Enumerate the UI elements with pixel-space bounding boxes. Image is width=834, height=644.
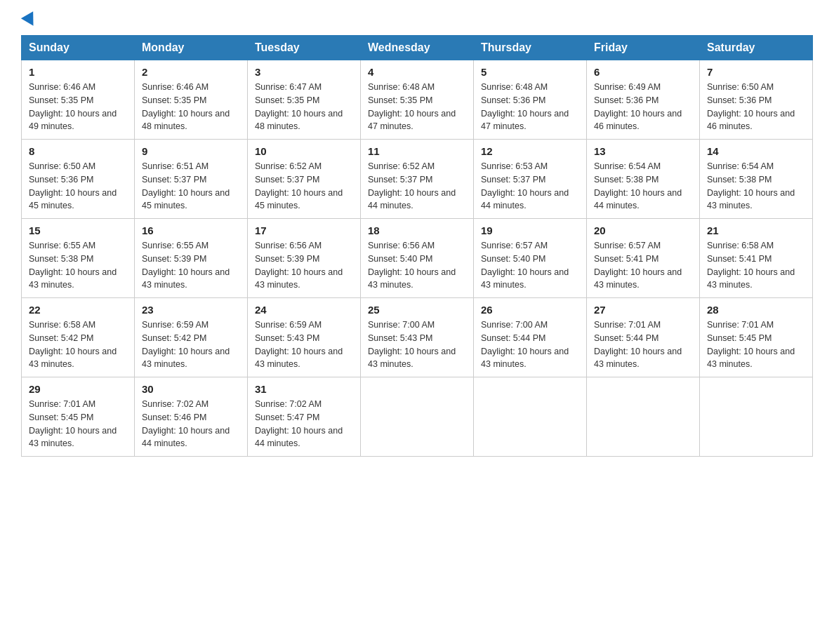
day-number: 5 (481, 66, 579, 78)
day-number: 23 (142, 304, 240, 316)
logo-triangle-icon (21, 11, 39, 29)
calendar-day-cell: 3 Sunrise: 6:47 AMSunset: 5:35 PMDayligh… (248, 60, 361, 140)
weekday-header-wednesday: Wednesday (361, 36, 474, 60)
calendar-day-cell (700, 377, 813, 457)
day-number: 18 (368, 224, 466, 236)
calendar-week-row: 15 Sunrise: 6:55 AMSunset: 5:38 PMDaylig… (22, 219, 813, 298)
day-number: 9 (142, 145, 240, 157)
calendar-day-cell: 25 Sunrise: 7:00 AMSunset: 5:43 PMDaylig… (361, 298, 474, 377)
day-number: 14 (707, 145, 805, 157)
calendar-day-cell: 26 Sunrise: 7:00 AMSunset: 5:44 PMDaylig… (474, 298, 587, 377)
calendar-week-row: 1 Sunrise: 6:46 AMSunset: 5:35 PMDayligh… (22, 60, 813, 140)
logo (21, 14, 37, 28)
day-number: 19 (481, 224, 579, 236)
day-info: Sunrise: 7:01 AMSunset: 5:45 PMDaylight:… (29, 399, 117, 448)
calendar-day-cell: 24 Sunrise: 6:59 AMSunset: 5:43 PMDaylig… (248, 298, 361, 377)
day-info: Sunrise: 7:02 AMSunset: 5:46 PMDaylight:… (142, 399, 230, 448)
day-info: Sunrise: 6:57 AMSunset: 5:40 PMDaylight:… (481, 241, 569, 290)
day-number: 6 (594, 66, 692, 78)
day-info: Sunrise: 6:58 AMSunset: 5:42 PMDaylight:… (29, 320, 117, 369)
day-info: Sunrise: 7:02 AMSunset: 5:47 PMDaylight:… (255, 399, 343, 448)
calendar-day-cell: 30 Sunrise: 7:02 AMSunset: 5:46 PMDaylig… (135, 377, 248, 457)
day-number: 15 (29, 224, 127, 236)
day-info: Sunrise: 6:54 AMSunset: 5:38 PMDaylight:… (707, 161, 795, 210)
day-number: 22 (29, 304, 127, 316)
calendar-day-cell: 8 Sunrise: 6:50 AMSunset: 5:36 PMDayligh… (22, 140, 135, 219)
weekday-header-row: SundayMondayTuesdayWednesdayThursdayFrid… (22, 36, 813, 60)
day-info: Sunrise: 6:51 AMSunset: 5:37 PMDaylight:… (142, 161, 230, 210)
calendar-day-cell: 11 Sunrise: 6:52 AMSunset: 5:37 PMDaylig… (361, 140, 474, 219)
logo-blue-text (21, 14, 37, 28)
day-info: Sunrise: 6:58 AMSunset: 5:41 PMDaylight:… (707, 241, 795, 290)
day-number: 10 (255, 145, 353, 157)
calendar-day-cell: 7 Sunrise: 6:50 AMSunset: 5:36 PMDayligh… (700, 60, 813, 140)
day-number: 26 (481, 304, 579, 316)
calendar-day-cell: 16 Sunrise: 6:55 AMSunset: 5:39 PMDaylig… (135, 219, 248, 298)
day-info: Sunrise: 6:46 AMSunset: 5:35 PMDaylight:… (142, 82, 230, 131)
day-number: 27 (594, 304, 692, 316)
day-number: 28 (707, 304, 805, 316)
weekday-header-monday: Monday (135, 36, 248, 60)
day-number: 16 (142, 224, 240, 236)
calendar-day-cell: 20 Sunrise: 6:57 AMSunset: 5:41 PMDaylig… (587, 219, 700, 298)
weekday-header-thursday: Thursday (474, 36, 587, 60)
day-info: Sunrise: 6:49 AMSunset: 5:36 PMDaylight:… (594, 82, 682, 131)
day-number: 1 (29, 66, 127, 78)
day-number: 8 (29, 145, 127, 157)
calendar-day-cell: 13 Sunrise: 6:54 AMSunset: 5:38 PMDaylig… (587, 140, 700, 219)
calendar-week-row: 8 Sunrise: 6:50 AMSunset: 5:36 PMDayligh… (22, 140, 813, 219)
calendar-day-cell: 15 Sunrise: 6:55 AMSunset: 5:38 PMDaylig… (22, 219, 135, 298)
calendar-day-cell: 27 Sunrise: 7:01 AMSunset: 5:44 PMDaylig… (587, 298, 700, 377)
day-info: Sunrise: 7:00 AMSunset: 5:44 PMDaylight:… (481, 320, 569, 369)
day-info: Sunrise: 6:55 AMSunset: 5:38 PMDaylight:… (29, 241, 117, 290)
day-info: Sunrise: 6:57 AMSunset: 5:41 PMDaylight:… (594, 241, 682, 290)
day-info: Sunrise: 6:59 AMSunset: 5:42 PMDaylight:… (142, 320, 230, 369)
day-info: Sunrise: 6:53 AMSunset: 5:37 PMDaylight:… (481, 161, 569, 210)
day-info: Sunrise: 6:48 AMSunset: 5:36 PMDaylight:… (481, 82, 569, 131)
day-info: Sunrise: 7:01 AMSunset: 5:44 PMDaylight:… (594, 320, 682, 369)
calendar-day-cell: 10 Sunrise: 6:52 AMSunset: 5:37 PMDaylig… (248, 140, 361, 219)
day-info: Sunrise: 6:52 AMSunset: 5:37 PMDaylight:… (368, 161, 456, 210)
weekday-header-saturday: Saturday (700, 36, 813, 60)
calendar-week-row: 22 Sunrise: 6:58 AMSunset: 5:42 PMDaylig… (22, 298, 813, 377)
calendar-day-cell: 5 Sunrise: 6:48 AMSunset: 5:36 PMDayligh… (474, 60, 587, 140)
day-number: 30 (142, 383, 240, 395)
day-info: Sunrise: 6:54 AMSunset: 5:38 PMDaylight:… (594, 161, 682, 210)
day-info: Sunrise: 6:56 AMSunset: 5:40 PMDaylight:… (368, 241, 456, 290)
day-number: 12 (481, 145, 579, 157)
day-number: 13 (594, 145, 692, 157)
day-info: Sunrise: 7:00 AMSunset: 5:43 PMDaylight:… (368, 320, 456, 369)
weekday-header-friday: Friday (587, 36, 700, 60)
day-info: Sunrise: 7:01 AMSunset: 5:45 PMDaylight:… (707, 320, 795, 369)
weekday-header-tuesday: Tuesday (248, 36, 361, 60)
calendar-day-cell: 18 Sunrise: 6:56 AMSunset: 5:40 PMDaylig… (361, 219, 474, 298)
day-number: 2 (142, 66, 240, 78)
page-header (21, 14, 813, 28)
day-number: 25 (368, 304, 466, 316)
calendar-table: SundayMondayTuesdayWednesdayThursdayFrid… (21, 35, 813, 457)
calendar-day-cell: 4 Sunrise: 6:48 AMSunset: 5:35 PMDayligh… (361, 60, 474, 140)
day-number: 20 (594, 224, 692, 236)
calendar-day-cell: 9 Sunrise: 6:51 AMSunset: 5:37 PMDayligh… (135, 140, 248, 219)
day-info: Sunrise: 6:59 AMSunset: 5:43 PMDaylight:… (255, 320, 343, 369)
day-number: 31 (255, 383, 353, 395)
calendar-day-cell: 1 Sunrise: 6:46 AMSunset: 5:35 PMDayligh… (22, 60, 135, 140)
day-number: 24 (255, 304, 353, 316)
day-number: 17 (255, 224, 353, 236)
day-number: 11 (368, 145, 466, 157)
day-number: 3 (255, 66, 353, 78)
calendar-day-cell: 29 Sunrise: 7:01 AMSunset: 5:45 PMDaylig… (22, 377, 135, 457)
day-number: 4 (368, 66, 466, 78)
day-info: Sunrise: 6:47 AMSunset: 5:35 PMDaylight:… (255, 82, 343, 131)
day-info: Sunrise: 6:48 AMSunset: 5:35 PMDaylight:… (368, 82, 456, 131)
day-number: 21 (707, 224, 805, 236)
calendar-day-cell: 21 Sunrise: 6:58 AMSunset: 5:41 PMDaylig… (700, 219, 813, 298)
calendar-day-cell: 6 Sunrise: 6:49 AMSunset: 5:36 PMDayligh… (587, 60, 700, 140)
day-info: Sunrise: 6:55 AMSunset: 5:39 PMDaylight:… (142, 241, 230, 290)
calendar-day-cell: 23 Sunrise: 6:59 AMSunset: 5:42 PMDaylig… (135, 298, 248, 377)
calendar-day-cell: 2 Sunrise: 6:46 AMSunset: 5:35 PMDayligh… (135, 60, 248, 140)
day-info: Sunrise: 6:46 AMSunset: 5:35 PMDaylight:… (29, 82, 117, 131)
day-info: Sunrise: 6:50 AMSunset: 5:36 PMDaylight:… (707, 82, 795, 131)
day-info: Sunrise: 6:52 AMSunset: 5:37 PMDaylight:… (255, 161, 343, 210)
calendar-week-row: 29 Sunrise: 7:01 AMSunset: 5:45 PMDaylig… (22, 377, 813, 457)
